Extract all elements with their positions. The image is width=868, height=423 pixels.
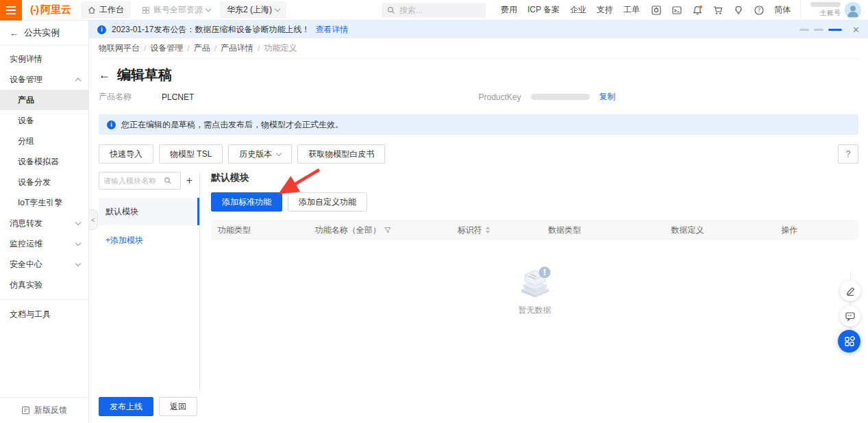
logo-mark: (-) <box>30 3 38 15</box>
feature-panel: 默认模块 添加标准功能 添加自定义功能 <box>200 172 858 392</box>
sidebar-item-label: 设备管理 <box>10 75 42 84</box>
breadcrumb-item[interactable]: 物联网平台 <box>99 42 140 54</box>
chat-support-fab[interactable] <box>840 306 860 326</box>
feature-buttons: 添加标准功能 添加自定义功能 <box>211 192 858 212</box>
sidebar-item-label: 设备模拟器 <box>18 157 59 166</box>
sidebar-item-device-mgmt[interactable]: 设备管理 <box>0 69 88 90</box>
sidebar-collapse-handle[interactable]: < <box>89 209 98 230</box>
topbar-search[interactable] <box>382 3 486 18</box>
feedback-icon <box>21 406 30 415</box>
aliyun-logo[interactable]: (-) 阿里云 <box>30 3 71 16</box>
edit-feedback-fab[interactable] <box>840 281 860 301</box>
sidebar-item-group[interactable]: 分组 <box>0 131 88 151</box>
whitepaper-button[interactable]: 获取物模型白皮书 <box>297 144 385 164</box>
workspace: + 默认模块 +添加模块 默认模块 <box>99 172 858 392</box>
footer-actions: 发布上线 返回 <box>99 392 858 423</box>
table-empty-body: ! 暂无数据 <box>211 240 858 385</box>
topbar-icon-group: ? <box>651 5 765 16</box>
notice-pager-dash[interactable] <box>799 29 809 31</box>
sidebar-item-instance-detail[interactable]: 实例详情 <box>0 49 88 69</box>
breadcrumb-item[interactable]: 产品详情 <box>221 42 253 54</box>
sidebar-item-security[interactable]: 安全中心 <box>0 254 88 274</box>
topbar: (-) 阿里云 工作台 账号全部资源 华东2 (上海) 费用 ICP 备案 企业… <box>0 0 868 21</box>
sidebar-back-instances[interactable]: ← 公共实例 <box>0 21 88 46</box>
button-label: 添加标准功能 <box>222 196 271 208</box>
sidebar-back-label: 公共实例 <box>24 27 60 39</box>
sidebar-item-product[interactable]: 产品 <box>0 90 88 110</box>
tsl-button[interactable]: 物模型 TSL <box>159 144 223 164</box>
add-module-plus-button[interactable]: + <box>186 175 193 186</box>
filter-funnel-icon[interactable] <box>384 227 391 233</box>
module-item-default[interactable]: 默认模块 <box>99 198 199 225</box>
breadcrumb-item[interactable]: 产品 <box>194 42 210 54</box>
notice-pager-dash-active[interactable] <box>828 29 842 31</box>
cart-icon[interactable] <box>712 5 723 16</box>
sidebar-item-docs[interactable]: 文档与工具 <box>0 304 88 324</box>
chevron-up-icon <box>75 77 81 83</box>
sidebar-item-simulator[interactable]: 设备模拟器 <box>0 151 88 172</box>
return-button[interactable]: 返回 <box>159 397 197 416</box>
support-link[interactable]: 支持 <box>597 4 613 16</box>
chevron-down-icon <box>75 219 81 225</box>
sidebar-item-monitor[interactable]: 监控运维 <box>0 233 88 254</box>
sidebar-item-message-forward[interactable]: 消息转发 <box>0 213 88 233</box>
column-header-datadef: 数据定义 <box>664 225 774 236</box>
add-custom-feature-button[interactable]: 添加自定义功能 <box>288 192 367 212</box>
history-version-button[interactable]: 历史版本 <box>228 144 292 164</box>
hamburger-menu-icon[interactable] <box>0 0 22 21</box>
sidebar-item-label: 文档与工具 <box>10 309 51 319</box>
announcement-detail-link[interactable]: 查看详情 <box>315 24 348 36</box>
home-icon <box>88 6 96 14</box>
copy-product-key-link[interactable]: 复制 <box>599 91 616 103</box>
add-module-link[interactable]: +添加模块 <box>99 235 199 246</box>
svg-text:?: ? <box>758 8 760 14</box>
sort-icon[interactable] <box>486 227 490 233</box>
sidebar-item-distribution[interactable]: 设备分发 <box>0 172 88 192</box>
notifications-bell-icon[interactable] <box>692 5 703 16</box>
sidebar-item-simulation[interactable]: 仿真实验 <box>0 274 88 295</box>
feedback-button[interactable]: 新版反馈 <box>0 397 88 423</box>
resource-scope-selector[interactable]: 账号全部资源 <box>142 4 210 16</box>
page-back-arrow[interactable]: ← <box>99 68 110 82</box>
quick-apps-fab[interactable] <box>838 330 860 352</box>
add-standard-feature-button[interactable]: 添加标准功能 <box>211 192 282 212</box>
help-icon[interactable]: ? <box>754 5 765 16</box>
chat-bubble-icon <box>845 311 856 322</box>
main-area: i 2023-01-17发布公告：数据压缩和设备诊断功能上线！ 查看详情 ✕ 物… <box>89 21 868 423</box>
empty-state-text: 暂无数据 <box>519 305 551 316</box>
sidebar-item-device[interactable]: 设备 <box>0 110 88 131</box>
region-selector[interactable]: 华东2 (上海) <box>220 1 286 18</box>
account-menu[interactable]: 主账号 <box>800 0 868 21</box>
console-apps-icon[interactable] <box>651 5 662 16</box>
language-selector[interactable]: 简体 <box>774 4 791 16</box>
quick-import-button[interactable]: 快速导入 <box>99 144 153 164</box>
close-icon[interactable]: ✕ <box>852 25 860 35</box>
cloudshell-terminal-icon[interactable] <box>671 5 682 16</box>
resource-scope-label: 账号全部资源 <box>153 4 203 16</box>
lightbulb-icon[interactable] <box>733 5 744 16</box>
notice-pager-dash[interactable] <box>814 29 823 31</box>
help-button[interactable]: ? <box>838 144 858 164</box>
breadcrumb-item[interactable]: 设备管理 <box>150 42 183 54</box>
draft-alert-text: 您正在编辑的是草稿，需点击发布后，物模型才会正式生效。 <box>121 119 343 131</box>
workbench-button[interactable]: 工作台 <box>81 1 131 18</box>
product-info-row: 产品名称 PLCNET ProductKey 复制 <box>99 91 858 105</box>
sidebar-item-iot-twin[interactable]: IoT孪生引擎 <box>0 192 88 213</box>
feature-table: 功能类型 功能名称（全部） 标识符 数据类型 数据定 <box>211 220 858 385</box>
icp-link[interactable]: ICP 备案 <box>528 4 560 16</box>
account-type-label: 主账号 <box>820 8 841 18</box>
help-question-icon: ? <box>846 149 851 159</box>
publish-button[interactable]: 发布上线 <box>99 397 153 416</box>
module-search[interactable] <box>99 172 181 190</box>
module-list: 默认模块 <box>99 198 199 225</box>
enterprise-link[interactable]: 企业 <box>570 4 586 16</box>
avatar[interactable] <box>845 2 861 18</box>
breadcrumb-separator: / <box>258 44 260 53</box>
billing-link[interactable]: 费用 <box>501 4 517 16</box>
ticket-link[interactable]: 工单 <box>623 4 640 16</box>
button-label: 获取物模型白皮书 <box>308 149 374 160</box>
module-search-input[interactable] <box>103 177 161 185</box>
account-name-redacted <box>810 2 841 7</box>
topbar-search-input[interactable] <box>399 5 475 15</box>
button-label: 发布上线 <box>110 401 142 413</box>
